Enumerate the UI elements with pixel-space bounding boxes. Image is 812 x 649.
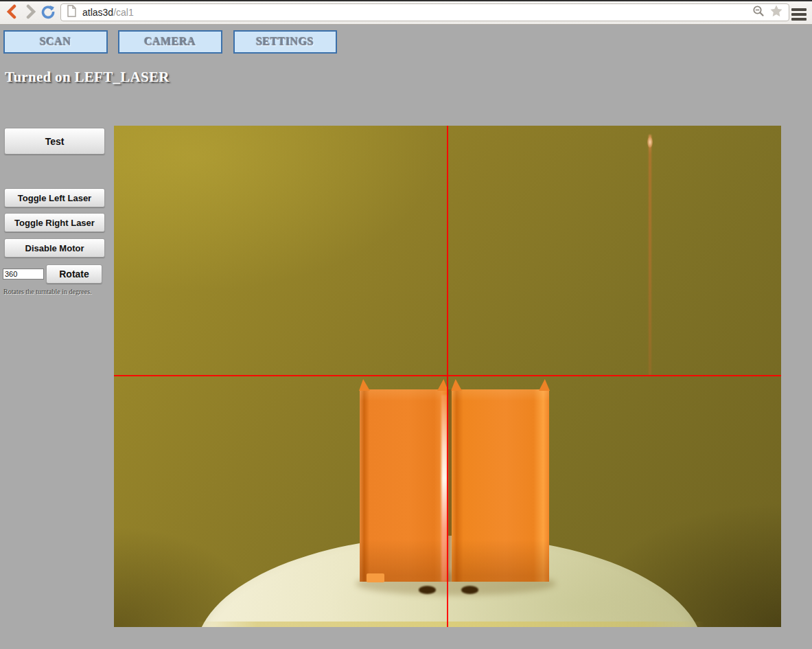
object-corner-spike [451,379,462,391]
forward-arrow-icon [23,11,38,21]
forward-button[interactable] [22,4,38,21]
object-corner-spike [359,379,370,391]
hamburger-menu-icon[interactable] [791,6,808,21]
toggle-right-laser-button[interactable]: Toggle Right Laser [4,213,105,232]
nav-button-camera[interactable]: CAMERA [118,30,222,54]
crosshair-vertical-line [447,126,448,627]
turntable-hole [419,586,436,594]
reload-icon [40,11,56,21]
turntable-hole [461,586,478,594]
url-path: /cal1 [113,7,134,18]
disable-motor-button[interactable]: Disable Motor [4,238,105,258]
status-message: Turned on LEFT_LASER [5,69,170,86]
star-icon[interactable] [769,4,783,21]
reload-button[interactable] [40,4,56,21]
magnifier-icon[interactable] [752,4,765,21]
test-button[interactable]: Test [4,128,105,155]
document-icon [67,5,77,20]
rotate-hint-text: Rotates the turntable in degrees. [3,288,92,295]
turntable-front-edge [196,622,704,627]
url-text[interactable]: atlas3d/cal1 [82,7,752,18]
laser-reflection-line [649,135,651,376]
object-corner-spike [539,379,550,391]
rotate-degrees-input[interactable] [3,269,44,280]
calibration-object-left-panel [360,389,448,582]
object-foot [367,573,384,582]
back-button[interactable] [4,4,21,21]
nav-button-settings[interactable]: SETTINGS [233,30,337,54]
crosshair-horizontal-line [114,375,781,376]
address-bar[interactable]: atlas3d/cal1 [60,3,789,21]
url-host: atlas3d [82,7,113,18]
browser-window: atlas3d/cal1 SCAN [0,0,812,649]
rotate-button[interactable]: Rotate [46,264,102,284]
back-arrow-icon [5,11,20,21]
page-content: SCAN CAMERA SETTINGS Turned on LEFT_LASE… [0,25,812,649]
browser-toolbar: atlas3d/cal1 [0,1,812,25]
nav-button-scan[interactable]: SCAN [3,30,108,54]
toggle-left-laser-button[interactable]: Toggle Left Laser [4,188,105,207]
laser-reflection-tip [647,137,653,148]
calibration-object-right-panel [452,389,549,582]
camera-preview-image [114,126,781,627]
